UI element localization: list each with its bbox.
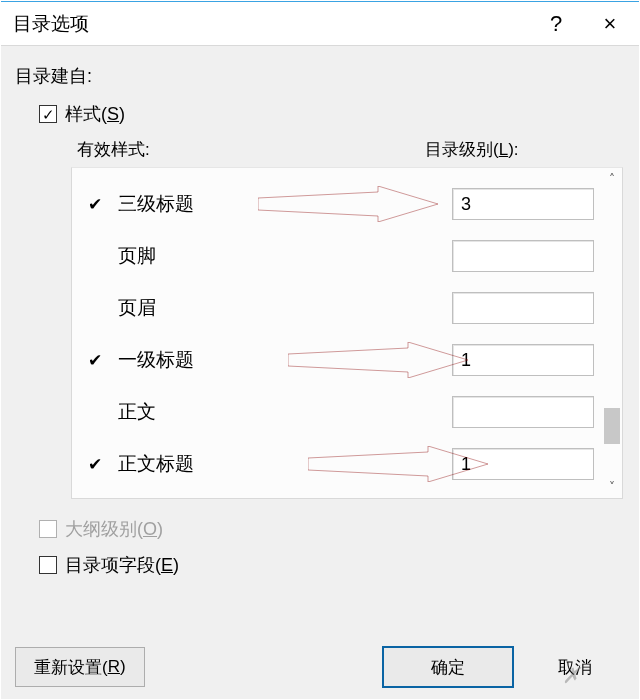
check-icon: ✔ — [88, 194, 116, 215]
table-entry-fields-label: 目录项字段(E) — [65, 553, 179, 577]
table-entry-fields-checkbox[interactable] — [39, 556, 57, 574]
dialog-body: 目录建自: 样式(S) 有效样式: 目录级别(L): ✔ 三级标题 页脚 — [1, 46, 639, 699]
style-name: 正文 — [116, 399, 452, 425]
columns-header: 有效样式: 目录级别(L): — [77, 138, 625, 161]
build-from-label: 目录建自: — [15, 64, 625, 88]
style-row: ✔ 一级标题 — [88, 334, 594, 386]
outline-levels-checkbox — [39, 520, 57, 538]
cancel-button[interactable]: 取消 — [525, 647, 625, 687]
check-icon: ✔ — [88, 454, 116, 475]
toc-options-dialog: 目录选项 ? × 目录建自: 样式(S) 有效样式: 目录级别(L): ✔ 三级… — [1, 1, 639, 699]
dialog-title: 目录选项 — [13, 11, 89, 37]
table-entry-fields-checkbox-row[interactable]: 目录项字段(E) — [39, 553, 625, 577]
styles-checkbox-label: 样式(S) — [65, 102, 125, 126]
style-row: 页眉 — [88, 282, 594, 334]
available-styles-label: 有效样式: — [77, 138, 425, 161]
outline-levels-checkbox-row: 大纲级别(O) — [39, 517, 625, 541]
style-name: 页脚 — [116, 243, 452, 269]
level-input[interactable] — [452, 240, 594, 272]
style-name: 三级标题 — [116, 191, 452, 217]
styles-checkbox[interactable] — [39, 105, 57, 123]
level-input[interactable] — [452, 188, 594, 220]
scroll-up-button[interactable]: ˄ — [601, 168, 623, 190]
scrollbar[interactable]: ˄ ˅ — [600, 168, 624, 498]
check-icon: ✔ — [88, 350, 116, 371]
style-row: 页脚 — [88, 230, 594, 282]
button-bar: 重新设置(R) 确定 取消 — [1, 647, 639, 687]
ok-button[interactable]: 确定 — [383, 647, 513, 687]
scroll-down-button[interactable]: ˅ — [601, 476, 623, 498]
level-input[interactable] — [452, 448, 594, 480]
scroll-track[interactable] — [601, 190, 623, 476]
reset-button[interactable]: 重新设置(R) — [15, 647, 145, 687]
toc-level-label: 目录级别(L): — [425, 138, 625, 161]
scroll-thumb[interactable] — [604, 408, 620, 444]
style-row: ✔ 正文标题 — [88, 438, 594, 490]
level-input[interactable] — [452, 292, 594, 324]
styles-checkbox-row[interactable]: 样式(S) — [39, 102, 625, 126]
level-input[interactable] — [452, 396, 594, 428]
style-name: 一级标题 — [116, 347, 452, 373]
style-name: 正文标题 — [116, 451, 452, 477]
level-input[interactable] — [452, 344, 594, 376]
titlebar: 目录选项 ? × — [1, 2, 639, 46]
close-button[interactable]: × — [581, 11, 639, 37]
help-button[interactable]: ? — [531, 11, 581, 37]
style-row: 正文 — [88, 386, 594, 438]
style-name: 页眉 — [116, 295, 452, 321]
outline-levels-label: 大纲级别(O) — [65, 517, 163, 541]
styles-list: ✔ 三级标题 页脚 页眉 ✔ 一级标题 — [71, 167, 623, 499]
style-row: ✔ 三级标题 — [88, 178, 594, 230]
